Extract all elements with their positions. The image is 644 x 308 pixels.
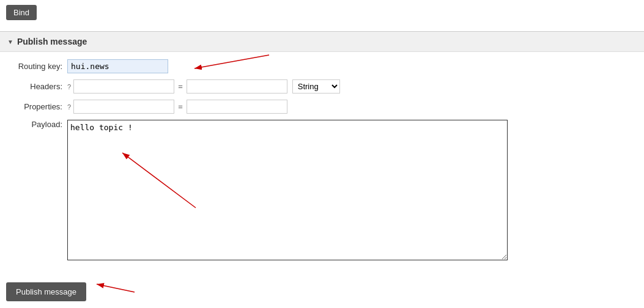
headers-label: Headers:: [6, 82, 67, 91]
section-body: Routing key: Headers: ? = String Number …: [0, 52, 644, 274]
bind-button[interactable]: Bind: [6, 5, 37, 20]
headers-help-icon[interactable]: ?: [67, 83, 71, 90]
headers-key-input[interactable]: [73, 79, 174, 94]
payload-row: Payload: hello topic !: [6, 120, 638, 260]
section-title: Publish message: [17, 37, 87, 46]
payload-textarea[interactable]: hello topic !: [67, 120, 508, 260]
headers-value-input[interactable]: [187, 79, 287, 94]
top-bar: Bind: [0, 0, 644, 25]
properties-help-icon[interactable]: ?: [67, 103, 71, 111]
publish-message-section: ▼ Publish message Routing key: Headers: …: [0, 31, 644, 274]
headers-type-select[interactable]: String Number Boolean: [292, 79, 340, 94]
publish-button-container: Publish message: [0, 274, 644, 308]
headers-row: Headers: ? = String Number Boolean: [6, 79, 638, 94]
properties-key-input[interactable]: [73, 100, 174, 114]
routing-key-row: Routing key:: [6, 59, 638, 73]
headers-equals: =: [178, 82, 183, 91]
collapse-arrow-icon: ▼: [7, 38, 13, 45]
page-wrapper: Bind ▼ Publish message Routing key: Head…: [0, 0, 644, 308]
properties-value-input[interactable]: [187, 100, 287, 114]
section-header[interactable]: ▼ Publish message: [0, 32, 644, 52]
properties-equals: =: [178, 102, 183, 111]
properties-row: Properties: ? =: [6, 100, 638, 114]
routing-key-label: Routing key:: [6, 62, 67, 71]
routing-key-input[interactable]: [67, 59, 168, 73]
payload-label: Payload:: [6, 120, 67, 129]
properties-label: Properties:: [6, 102, 67, 111]
publish-message-button[interactable]: Publish message: [6, 282, 86, 301]
